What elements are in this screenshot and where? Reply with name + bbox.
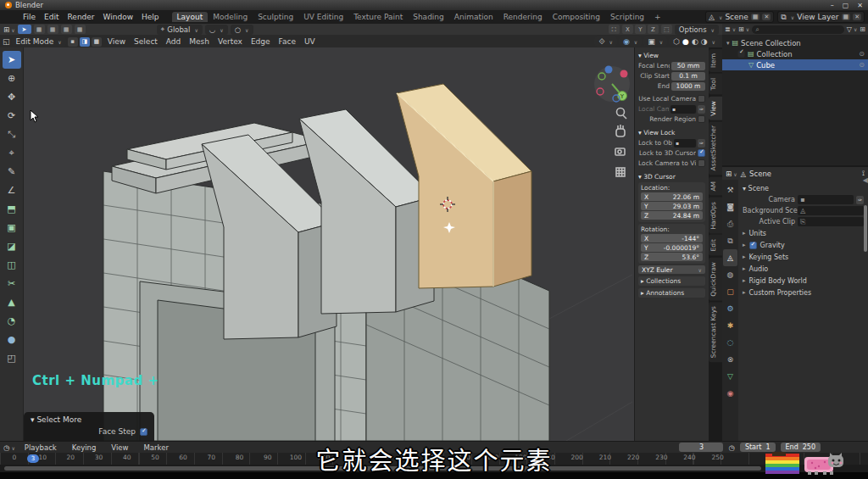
mirror-axis-button[interactable]: X: [622, 25, 633, 34]
properties-section[interactable]: ▸ Custom Properties: [743, 287, 864, 298]
outliner-item[interactable]: ✓ ▽ Cube ⊙: [722, 59, 868, 70]
n-panel-tab[interactable]: QuickDraw: [709, 258, 722, 301]
n-panel-tab[interactable]: AssetSketcher: [709, 121, 722, 175]
mirror-screen-icon[interactable]: ⛶: [609, 25, 620, 34]
workspace-tab[interactable]: Shading: [408, 12, 449, 22]
n-panel-tab[interactable]: Edit: [709, 235, 722, 256]
lock-camera-checkbox[interactable]: [698, 159, 705, 167]
properties-section[interactable]: ▸ Keying Sets: [743, 251, 864, 263]
outliner-funnel-icon[interactable]: ▽: [847, 25, 858, 33]
timeline-editor-icon[interactable]: ◷: [3, 443, 15, 452]
select-mode-tweak-button[interactable]: ▦: [34, 25, 45, 34]
n-panel-tab[interactable]: Screencast Keys: [709, 302, 722, 362]
material-shading-icon[interactable]: ◐: [692, 37, 698, 46]
focal-length-field[interactable]: 50 mm: [671, 62, 705, 70]
eyedropper-icon[interactable]: ✑: [698, 105, 705, 114]
properties-section[interactable]: ▸ Units: [743, 227, 864, 239]
workspace-tab[interactable]: +: [649, 12, 666, 22]
menu-item[interactable]: Render: [64, 12, 99, 22]
outliner-item[interactable]: ✓ ▤ Collection ⊙: [722, 48, 868, 59]
face-select-button[interactable]: ■: [92, 37, 102, 47]
maximize-button[interactable]: ▢: [843, 2, 849, 9]
view-lock-header[interactable]: ▾ View Lock: [638, 129, 705, 136]
cursor-y-field[interactable]: Y29.03 m: [641, 202, 703, 210]
workspace-tab[interactable]: Layout: [172, 12, 209, 22]
properties-tab[interactable]: ◍: [723, 266, 737, 283]
toolbar-tool[interactable]: ●: [3, 331, 21, 348]
rendered-shading-icon[interactable]: ◑: [701, 37, 708, 46]
outliner-display-mode-icon[interactable]: ⊞: [738, 25, 749, 33]
viewport-menu-item[interactable]: UV: [300, 36, 320, 47]
mode-dropdown[interactable]: Edit Mode: [12, 36, 66, 47]
edge-select-button[interactable]: ◨: [80, 37, 90, 47]
scene-section-header[interactable]: ▾ Scene: [743, 182, 864, 194]
operator-panel-title[interactable]: ▾ Select More: [31, 415, 147, 424]
n-panel-tab[interactable]: Item: [709, 49, 722, 72]
toolbar-tool[interactable]: ∠: [3, 181, 21, 199]
timeline-scrollbar-thumb[interactable]: [4, 466, 761, 471]
view-layer-selector[interactable]: ⧉ View Layer ▦ ✕: [777, 11, 865, 23]
viewport-menu-item[interactable]: Edge: [247, 36, 275, 47]
active-clip-field[interactable]: ⎘: [798, 217, 864, 226]
auto-keyframe-icon[interactable]: ◷: [728, 443, 734, 452]
workspace-tab[interactable]: Animation: [449, 12, 498, 22]
toolbar-tool[interactable]: ✎: [3, 163, 21, 181]
viewport-menu-item[interactable]: Vertex: [214, 36, 247, 47]
camera-field[interactable]: ▪: [798, 195, 854, 204]
properties-tab[interactable]: ✱: [723, 317, 737, 334]
toolbar-tool[interactable]: ⤡: [3, 125, 21, 143]
collections-section[interactable]: ▸ Collections: [638, 276, 705, 286]
proportional-editing-button[interactable]: ○: [231, 25, 253, 35]
cursor-z-field[interactable]: Z24.84 m: [641, 211, 703, 220]
eyedropper-icon[interactable]: ✑: [856, 196, 864, 204]
scene-selector[interactable]: ◬ Scene ▦ ✕: [705, 11, 774, 23]
workspace-tab[interactable]: Compositing: [548, 12, 605, 22]
render-region-checkbox[interactable]: [698, 115, 705, 123]
toolbar-tool[interactable]: ◰: [3, 349, 21, 367]
options-dropdown[interactable]: Options: [675, 25, 719, 35]
timeline-menu-item[interactable]: View: [107, 443, 132, 453]
viewport-menu-item[interactable]: Face: [275, 36, 300, 47]
toolbar-tool[interactable]: ⊕: [3, 70, 21, 87]
n-panel-tab[interactable]: AM: [709, 177, 722, 196]
xray-toggle[interactable]: ▣: [643, 36, 667, 47]
properties-tab[interactable]: ◬: [723, 249, 737, 266]
eyedropper-icon[interactable]: ✑: [698, 139, 705, 148]
editor-type-button[interactable]: ⊞: [3, 25, 15, 34]
vertex-select-button[interactable]: ▪: [68, 37, 78, 47]
timeline-menu-item[interactable]: Playback: [20, 443, 61, 453]
properties-tab[interactable]: ▽: [723, 368, 737, 385]
properties-tab[interactable]: ◉: [723, 385, 737, 402]
toolbar-tool[interactable]: ▣: [3, 219, 21, 237]
outliner-new-collection-icon[interactable]: ⊞: [860, 25, 865, 33]
editor-corner-icon[interactable]: ◱: [3, 37, 10, 46]
remove-view-layer-button[interactable]: ✕: [853, 14, 861, 20]
viewport-menu-item[interactable]: View: [103, 36, 130, 47]
select-mode-lasso-button[interactable]: ▦: [75, 25, 86, 34]
workspace-tab[interactable]: Scripting: [605, 12, 649, 22]
select-mode-circle-button[interactable]: ▦: [61, 25, 72, 34]
toolbar-tool[interactable]: ✥: [3, 88, 21, 106]
rotation-order-dropdown[interactable]: XYZ Euler: [638, 265, 705, 274]
background-scene-field[interactable]: ◬: [798, 206, 864, 215]
timeline-scrollbar[interactable]: [0, 465, 868, 472]
workspace-tab[interactable]: Texture Paint: [348, 12, 408, 22]
cursor-rx-field[interactable]: X-144°: [641, 234, 703, 242]
lock-to-obj-field[interactable]: ▪: [674, 139, 696, 148]
workspace-tab[interactable]: Rendering: [498, 12, 548, 22]
properties-section[interactable]: ▸ Rigid Body World: [743, 275, 864, 287]
properties-tab[interactable]: ▢: [723, 283, 737, 300]
blender-menu-icon[interactable]: [7, 13, 15, 21]
operator-panel[interactable]: ▾ Select More Face Step: [24, 412, 154, 441]
frame-end-field[interactable]: End250: [781, 443, 821, 452]
frame-start-field[interactable]: Start1: [740, 443, 776, 452]
toolbar-tool[interactable]: ▲: [3, 293, 21, 311]
n-panel-tab[interactable]: HardOps: [709, 198, 722, 234]
n-panel-tab[interactable]: View: [709, 97, 722, 120]
select-mode-box-button[interactable]: ▦: [47, 25, 58, 34]
clip-end-field[interactable]: 1000 m: [671, 82, 705, 91]
properties-tab[interactable]: ⎙: [723, 215, 737, 232]
shading-mode-buttons[interactable]: ⬡ ● ◐ ◑: [669, 36, 720, 47]
transform-orientation-dropdown[interactable]: ⌖ Global: [157, 25, 203, 35]
outliner-search-input[interactable]: ⌕: [752, 25, 844, 34]
